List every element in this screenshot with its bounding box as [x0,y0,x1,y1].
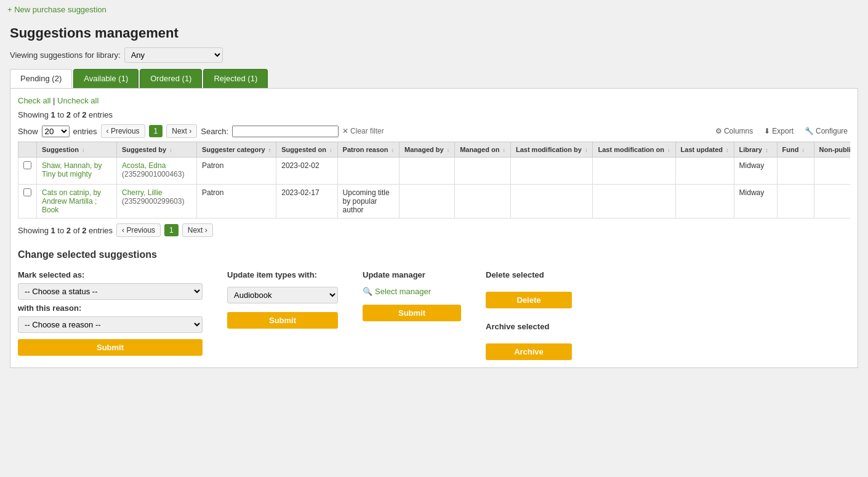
export-button[interactable]: ⬇ Export [762,126,796,137]
search-manager-icon: 🔍 [363,287,372,296]
tab-pending[interactable]: Pending (2) [10,69,72,88]
col-last-updated[interactable]: Last updated ↕ [675,142,734,158]
library-0: Midway [734,158,777,185]
fund-0 [777,158,814,185]
suggester-category-1: Patron [197,185,276,218]
export-icon: ⬇ [764,127,770,135]
patron-reason-0 [337,158,400,185]
configure-icon: 🔧 [805,127,814,135]
col-suggested-on[interactable]: Suggested on ↕ [276,142,337,158]
row-checkbox-1[interactable] [23,188,31,196]
columns-icon: ⚙ [715,127,722,135]
page-title: Suggestions management [10,25,858,41]
col-last-modification-on[interactable]: Last modification on ↕ [593,142,675,158]
col-suggested-by[interactable]: Suggested by ↕ [117,142,197,158]
reason-label: with this reason: [18,303,203,313]
update-item-title: Update item types with: [227,270,338,279]
col-patron-reason[interactable]: Patron reason ↕ [337,142,400,158]
status-select[interactable]: -- Choose a status -- Pending Available … [18,283,203,300]
reason-select[interactable]: -- Choose a reason -- [18,316,203,333]
suggestion-link-1[interactable]: Cats on catnip, by Andrew Martilla ; Boo… [42,188,101,214]
clear-filter-btn[interactable]: ✕ Clear filter [342,127,384,135]
library-1: Midway [734,185,777,218]
archive-button[interactable]: Archive [486,343,572,360]
entries-label: entries [73,127,97,136]
library-filter-label: Viewing suggestions for library: [10,50,121,60]
change-section-title: Change selected suggestions [18,249,850,260]
suggested-on-1: 2023-02-17 [276,185,337,218]
configure-button[interactable]: 🔧 Configure [802,126,850,137]
last-mod-on-0 [593,158,675,185]
managed-by-0 [400,158,455,185]
prev-button[interactable]: ‹ Previous [101,124,145,138]
last-mod-by-1 [510,185,593,218]
search-input[interactable] [232,126,339,137]
update-manager-title: Update manager [363,270,461,279]
suggester-category-0: Patron [197,158,276,185]
patron-id-1: (23529000299603) [122,197,184,206]
table-row: Cats on catnip, by Andrew Martilla ; Boo… [18,185,851,218]
select-manager-link[interactable]: 🔍 Select manager [363,287,461,296]
next-button[interactable]: Next › [166,124,197,138]
col-non-public-note[interactable]: Non-public note ↕ [814,142,850,158]
bottom-prev-button[interactable]: ‹ Previous [116,223,161,237]
page-number: 1 [149,125,163,137]
col-library[interactable]: Library ↕ [734,142,777,158]
col-last-modification-by[interactable]: Last modification by ↕ [510,142,593,158]
x-icon: ✕ [342,127,348,135]
tab-available[interactable]: Available (1) [73,69,139,88]
patron-link-1[interactable]: Cherry, Lillie [122,188,163,197]
non-public-note-0 [814,158,850,185]
bottom-showing-info: Showing 1 to 2 of 2 entries [18,226,113,235]
col-suggester-category[interactable]: Suggester category ↑ [197,142,276,158]
tab-rejected[interactable]: Rejected (1) [203,69,268,88]
uncheck-all-link[interactable]: Uncheck all [57,96,98,105]
showing-info: Showing 1 to 2 of 2 entries [18,110,850,119]
last-updated-0 [675,158,734,185]
new-suggestion-link[interactable]: + New purchase suggestion [7,5,106,14]
patron-reason-1: Upcoming title by popular author [337,185,400,218]
bottom-page-number: 1 [164,224,179,236]
search-label: Search: [201,127,228,136]
show-entries-select[interactable]: 201050100 [42,126,70,137]
last-mod-by-0 [510,158,593,185]
row-checkbox-0[interactable] [23,161,31,169]
non-public-note-1 [814,185,850,218]
suggestion-link-0[interactable]: Shaw, Hannah, by Tiny but mighty [42,161,102,178]
col-fund[interactable]: Fund ↕ [777,142,814,158]
manager-submit-button[interactable]: Submit [363,305,461,321]
fund-1 [777,185,814,218]
tab-ordered[interactable]: Ordered (1) [140,69,202,88]
col-checkbox [18,142,37,158]
col-managed-on[interactable]: Managed on ↕ [455,142,511,158]
patron-link-0[interactable]: Acosta, Edna [122,161,166,170]
managed-on-0 [455,158,511,185]
columns-button[interactable]: ⚙ Columns [713,126,755,137]
managed-on-1 [455,185,511,218]
archive-title: Archive selected [486,322,572,331]
bottom-next-button[interactable]: Next › [182,223,213,237]
delete-button[interactable]: Delete [486,292,572,308]
delete-title: Delete selected [486,270,572,279]
table-row: Shaw, Hannah, by Tiny but mighty Acosta,… [18,158,851,185]
mark-submit-button[interactable]: Submit [18,339,203,356]
item-submit-button[interactable]: Submit [227,312,338,329]
show-label: Show [18,127,38,136]
col-managed-by[interactable]: Managed by ↕ [400,142,455,158]
library-select[interactable]: Any Midway Branch 1 [124,47,223,63]
tabs-bar: Pending (2) Available (1) Ordered (1) Re… [10,69,858,88]
last-updated-1 [675,185,734,218]
managed-by-1 [400,185,455,218]
last-mod-on-1 [593,185,675,218]
suggested-on-0: 2023-02-02 [276,158,337,185]
patron-id-0: (23529001000463) [122,170,184,178]
check-all-link[interactable]: Check all [18,96,50,105]
suggestions-table: Suggestion ↕ Suggested by ↕ Suggester ca… [18,142,850,218]
mark-as-label: Mark selected as: [18,270,203,279]
col-suggestion[interactable]: Suggestion ↕ [37,142,117,158]
item-type-select[interactable]: Audiobook Book DVD Magazine [227,287,338,303]
